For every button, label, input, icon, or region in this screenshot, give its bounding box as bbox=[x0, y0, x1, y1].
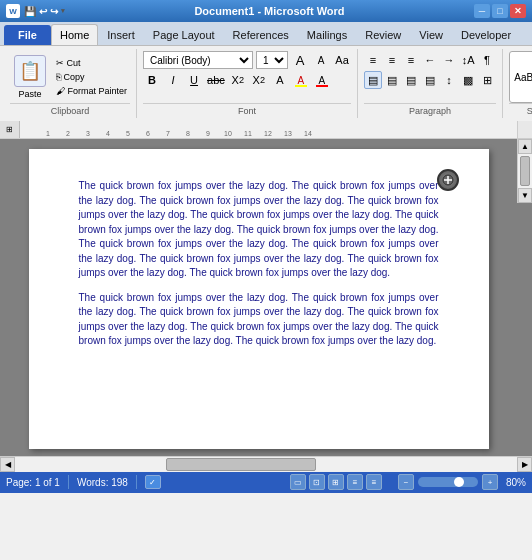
title-bar: W 💾 ↩ ↪ ▾ Document1 - Microsoft Word ─ □… bbox=[0, 0, 532, 22]
scroll-left-button[interactable]: ◀ bbox=[0, 457, 15, 472]
subscript-button[interactable]: X2 bbox=[229, 71, 247, 89]
tab-references[interactable]: References bbox=[224, 24, 298, 45]
page-cursor bbox=[437, 169, 459, 191]
print-layout-button[interactable]: ▭ bbox=[290, 474, 306, 490]
superscript-button[interactable]: X2 bbox=[250, 71, 268, 89]
status-bar: Page: 1 of 1 Words: 198 ✓ ▭ ⊡ ⊞ ≡ ≡ − + … bbox=[0, 471, 532, 493]
quick-redo-button[interactable]: ↪ bbox=[50, 6, 58, 17]
cut-button[interactable]: ✂ Cut bbox=[53, 57, 130, 69]
align-right-button[interactable]: ▤ bbox=[421, 71, 439, 89]
strikethrough-button[interactable]: abc bbox=[206, 71, 226, 89]
font-row-2: B I U abc X2 X2 A A A bbox=[143, 71, 331, 89]
document-area: ▲ ▼ The q bbox=[0, 139, 532, 456]
decrease-indent-button[interactable]: ← bbox=[421, 51, 439, 69]
copy-button[interactable]: ⎘ Copy bbox=[53, 71, 130, 83]
scroll-up-button[interactable]: ▲ bbox=[518, 139, 532, 154]
app-icon: W bbox=[6, 4, 20, 18]
bold-button[interactable]: B bbox=[143, 71, 161, 89]
paste-icon: 📋 bbox=[14, 55, 46, 87]
zoom-thumb[interactable] bbox=[454, 477, 464, 487]
numbering-button[interactable]: ≡ bbox=[383, 51, 401, 69]
minimize-button[interactable]: ─ bbox=[474, 4, 490, 18]
scroll-thumb-v[interactable] bbox=[520, 156, 530, 186]
ribbon-content: 📋 Paste ✂ Cut ⎘ Copy 🖌 Format Painter Cl… bbox=[0, 45, 532, 121]
vertical-scrollbar[interactable]: ▲ ▼ bbox=[517, 139, 532, 203]
clear-format-button[interactable]: Aa bbox=[333, 51, 351, 69]
para-row-1: ≡ ≡ ≡ ← → ↕A ¶ bbox=[364, 51, 496, 69]
quick-undo-button[interactable]: ↩ bbox=[39, 6, 47, 17]
zoom-area: ▭ ⊡ ⊞ ≡ ≡ − + 80% bbox=[290, 474, 526, 490]
styles-group-label: Styles bbox=[509, 103, 532, 116]
scroll-down-button[interactable]: ▼ bbox=[518, 188, 532, 203]
zoom-in-button[interactable]: + bbox=[482, 474, 498, 490]
bullets-button[interactable]: ≡ bbox=[364, 51, 382, 69]
quick-access-toolbar: 💾 ↩ ↪ ▾ bbox=[24, 6, 65, 17]
paragraph-2: The quick brown fox jumps over the lazy … bbox=[79, 291, 439, 349]
outline-button[interactable]: ≡ bbox=[347, 474, 363, 490]
grow-font-button[interactable]: A bbox=[291, 51, 309, 69]
quick-save-button[interactable]: 💾 bbox=[24, 6, 36, 17]
styles-preview[interactable]: AaBbCcDd bbox=[509, 51, 532, 103]
ribbon-tabs: File Home Insert Page Layout References … bbox=[0, 22, 532, 45]
text-effects-button[interactable]: A bbox=[271, 71, 289, 89]
paste-button[interactable]: 📋 Paste bbox=[10, 53, 50, 101]
font-name-select[interactable]: Calibri (Body) bbox=[143, 51, 253, 69]
shading-button[interactable]: ▩ bbox=[459, 71, 477, 89]
font-color-button[interactable]: A bbox=[313, 71, 331, 89]
align-center-button[interactable]: ▤ bbox=[402, 71, 420, 89]
scroll-right-button[interactable]: ▶ bbox=[517, 457, 532, 472]
ruler: ⊞ 1 2 3 4 5 6 7 8 9 10 11 12 13 14 bbox=[0, 121, 532, 139]
tab-review[interactable]: Review bbox=[356, 24, 410, 45]
paragraph-group-label: Paragraph bbox=[364, 103, 496, 116]
doc-scroll-area[interactable]: The quick brown fox jumps over the lazy … bbox=[0, 139, 517, 456]
align-left-button[interactable]: ▤ bbox=[383, 71, 401, 89]
borders-button[interactable]: ⊞ bbox=[478, 71, 496, 89]
underline-button[interactable]: U bbox=[185, 71, 203, 89]
increase-indent-button[interactable]: → bbox=[440, 51, 458, 69]
tab-file[interactable]: File bbox=[4, 25, 51, 45]
zoom-out-button[interactable]: − bbox=[398, 474, 414, 490]
paragraph-group: ≡ ≡ ≡ ← → ↕A ¶ ▤ ▤ ▤ ▤ ↕ ▩ ⊞ P bbox=[358, 49, 503, 118]
format-painter-button[interactable]: 🖌 Format Painter bbox=[53, 85, 130, 97]
highlight-button[interactable]: A bbox=[292, 71, 310, 89]
font-group-label: Font bbox=[143, 103, 351, 116]
show-formatting-button[interactable]: ¶ bbox=[478, 51, 496, 69]
font-size-select[interactable]: 11 bbox=[256, 51, 288, 69]
italic-button[interactable]: I bbox=[164, 71, 182, 89]
ribbon-area: File Home Insert Page Layout References … bbox=[0, 22, 532, 121]
window-controls: ─ □ ✕ bbox=[474, 4, 526, 18]
document-page[interactable]: The quick brown fox jumps over the lazy … bbox=[29, 149, 489, 449]
zoom-slider[interactable] bbox=[418, 477, 478, 487]
view-buttons: ▭ ⊡ ⊞ ≡ ≡ bbox=[290, 474, 382, 490]
web-layout-button[interactable]: ⊞ bbox=[328, 474, 344, 490]
spell-check-icon[interactable]: ✓ bbox=[145, 475, 161, 489]
clipboard-small-buttons: ✂ Cut ⎘ Copy 🖌 Format Painter bbox=[53, 57, 130, 97]
word-count: Words: 198 bbox=[77, 477, 128, 488]
shrink-font-button[interactable]: A bbox=[312, 51, 330, 69]
styles-group: AaBbCcDd Styles bbox=[503, 49, 532, 118]
horizontal-scrollbar[interactable]: ◀ ▶ bbox=[0, 456, 532, 471]
tab-pagelayout[interactable]: Page Layout bbox=[144, 24, 224, 45]
clipboard-group: 📋 Paste ✂ Cut ⎘ Copy 🖌 Format Painter Cl… bbox=[4, 49, 137, 118]
draft-button[interactable]: ≡ bbox=[366, 474, 382, 490]
font-group: Calibri (Body) 11 A A Aa B I U abc X2 X2 bbox=[137, 49, 358, 118]
tab-developer[interactable]: Developer bbox=[452, 24, 520, 45]
window-title: Document1 - Microsoft Word bbox=[65, 5, 474, 17]
sort-button[interactable]: ↕A bbox=[459, 51, 477, 69]
hscroll-thumb[interactable] bbox=[166, 458, 317, 471]
tab-home[interactable]: Home bbox=[51, 24, 98, 45]
full-screen-button[interactable]: ⊡ bbox=[309, 474, 325, 490]
maximize-button[interactable]: □ bbox=[492, 4, 508, 18]
page-count-text: Page: 1 of 1 bbox=[6, 477, 60, 488]
tab-mailings[interactable]: Mailings bbox=[298, 24, 356, 45]
word-count-text: Words: 198 bbox=[77, 477, 128, 488]
tab-view[interactable]: View bbox=[410, 24, 452, 45]
multilevel-button[interactable]: ≡ bbox=[402, 51, 420, 69]
ruler-corner: ⊞ bbox=[0, 121, 20, 138]
justify-button[interactable]: ▤ bbox=[364, 71, 382, 89]
tab-insert[interactable]: Insert bbox=[98, 24, 144, 45]
paste-label: Paste bbox=[18, 89, 41, 99]
line-spacing-button[interactable]: ↕ bbox=[440, 71, 458, 89]
hscroll-track[interactable] bbox=[15, 457, 517, 472]
close-button[interactable]: ✕ bbox=[510, 4, 526, 18]
